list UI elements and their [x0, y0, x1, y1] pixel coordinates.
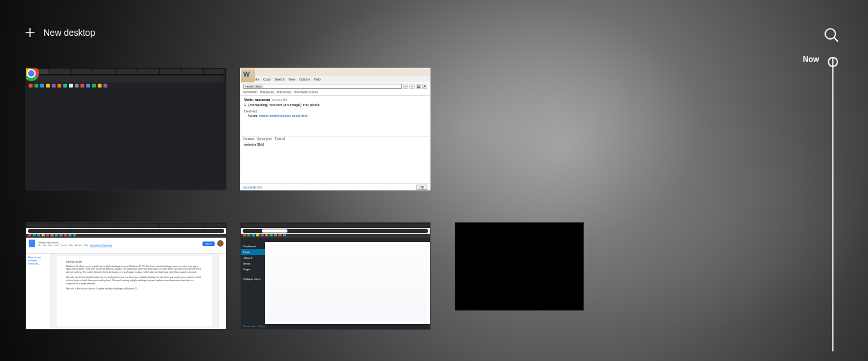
cross-ref-icon: ⇆ — [416, 84, 421, 89]
wp-sidebar: Dashboard Posts Jetpack Media Pages Coll… — [241, 242, 265, 324]
timeline-now-label: Now — [803, 55, 819, 64]
timeline-search-button[interactable] — [823, 27, 841, 45]
svg-point-2 — [825, 29, 835, 39]
docs-icon — [29, 240, 35, 247]
wordweb-window-preview: Bookmarks Copy Search View Options Help … — [241, 68, 430, 190]
gdocs-window-preview: Untitled document FileEdit ViewInsert Fo… — [26, 223, 226, 329]
chrome-icon — [26, 68, 39, 81]
timeline-now-node[interactable] — [828, 57, 838, 67]
tab-strip — [26, 68, 226, 75]
back-icon: ← — [403, 84, 408, 89]
search-input — [243, 84, 402, 89]
new-desktop-label: New desktop — [43, 27, 95, 38]
window-thumbnail-chrome-wp[interactable]: Dashboard Posts Jetpack Media Pages Coll… — [240, 222, 430, 330]
share-button: Share — [202, 242, 215, 246]
new-desktop-button[interactable]: New desktop — [24, 27, 95, 38]
wordweb-site-link: wordweb.info — [243, 185, 262, 189]
bookmarks-bar — [26, 84, 226, 89]
window-thumbnail-idm[interactable]: Internet Download Ma... — [455, 222, 584, 311]
svg-line-3 — [834, 38, 838, 42]
wordweb-icon: W — [240, 68, 255, 82]
outline-link: How to use multiple desktops... — [28, 256, 48, 265]
ok-button: OK — [416, 185, 427, 190]
window-thumbnail-chrome-1[interactable] — [26, 68, 227, 190]
wp-window-preview: Dashboard Posts Jetpack Media Pages Coll… — [241, 223, 430, 329]
plus-icon — [24, 27, 36, 38]
menu-bar: Bookmarks Copy Search View Options Help — [241, 76, 430, 82]
window-thumbnail-chrome-docs[interactable]: Home / Twitter - Google Chrome Untitled … — [26, 222, 227, 330]
search-icon — [823, 27, 840, 43]
forward-icon: → — [409, 84, 415, 89]
address-bar — [29, 76, 224, 82]
chrome-window-preview — [26, 68, 226, 190]
window-thumbnail-wordweb[interactable]: W Bookmarks Copy Search View Options Hel… — [240, 68, 430, 190]
timeline-track[interactable]: Now — [832, 58, 834, 351]
font-icon: A — [422, 84, 427, 89]
avatar — [217, 240, 224, 247]
